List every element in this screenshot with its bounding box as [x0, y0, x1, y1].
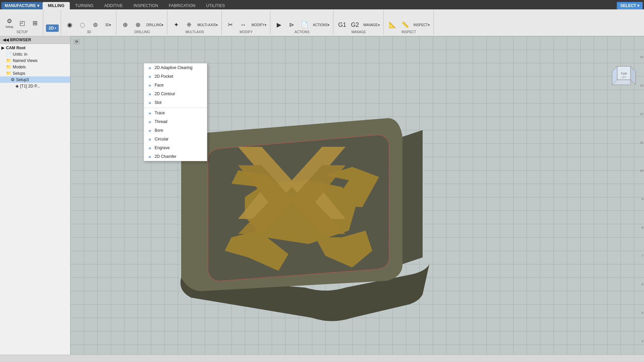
tree-item-t1-2d-p[interactable]: ◈[T1] 2D P...	[0, 83, 70, 89]
tab-turning[interactable]: TURNING	[70, 2, 99, 9]
dropdown-item-2d-contour[interactable]: ◈2D Contour	[144, 89, 207, 98]
viewport-nav: ⟳	[73, 39, 80, 45]
toolbar-group-manage: G1 G2 MANAGE▾ MANAGE	[334, 10, 383, 35]
tab-inspection[interactable]: INSPECTION	[128, 2, 163, 9]
modify-btn2[interactable]: ↔	[237, 20, 249, 29]
dropdown-item-thread[interactable]: ◈Thread	[144, 117, 207, 126]
3d-btn3[interactable]: ⊚	[89, 20, 101, 29]
drill-btn1[interactable]: ⊕	[119, 20, 131, 29]
sidebar: ◀◀ BROWSER ▶CAM Root📄Units: in📁Named Vie…	[0, 36, 70, 362]
tree-item-named-views[interactable]: 📁Named Views	[0, 57, 70, 64]
manage-dropdown[interactable]: MANAGE▾	[362, 22, 381, 28]
tree-label-models: Models	[13, 65, 69, 69]
3d-btn2[interactable]: ◌	[76, 20, 89, 29]
modify-btn1[interactable]: ✂	[224, 20, 236, 29]
svg-text:TOP: TOP	[621, 72, 627, 75]
inspect-label: INSPECT	[401, 30, 416, 35]
ruler-mark-11: 11	[637, 141, 644, 144]
inspect-btn2[interactable]: 📏	[399, 20, 411, 29]
tree-label-t1-2d-p: [T1] 2D P...	[20, 84, 69, 88]
dropdown-item-2d-adaptive[interactable]: ◈2D Adaptive Clearing	[144, 63, 207, 72]
tree-item-models[interactable]: 📁Models	[0, 64, 70, 70]
dropdown-item-engrave[interactable]: ◈Engrave	[144, 143, 207, 152]
3d-dropdown[interactable]: 3D▾	[102, 22, 114, 28]
simulate-btn[interactable]: ▶	[273, 20, 285, 29]
multiaxis-btn1[interactable]: ✦	[170, 20, 182, 29]
dropdown-item-icon-slot: ◈	[147, 100, 153, 105]
browser-title: BROWSER	[10, 38, 31, 42]
svg-text:LFT: LFT	[622, 76, 626, 78]
2d-dropdown-menu: ◈2D Adaptive Clearing◈2D Pocket◈Face◈2D …	[144, 63, 207, 161]
stock-icon: ◰	[19, 19, 25, 27]
tree-icon-t1-2d-p: ◈	[15, 83, 19, 88]
select-button[interactable]: SELECT ▾	[617, 2, 643, 9]
3d-label: 3D	[87, 30, 91, 35]
drill-btn2[interactable]: ⊗	[132, 20, 144, 29]
actions-btn2[interactable]: ⊳	[286, 20, 298, 29]
dropdown-item-label-slot: Slot	[155, 100, 162, 105]
dropdown-divider	[144, 108, 207, 108]
dropdown-item-face[interactable]: ◈Face	[144, 81, 207, 89]
dropdown-item-label-2d-pocket: 2D Pocket	[155, 74, 173, 79]
setup-button[interactable]: ⚙ Setup	[3, 16, 15, 29]
dropdown-item-icon-trace: ◈	[147, 110, 153, 116]
tree-icon-setup3: ⚙	[11, 77, 15, 82]
3d-btn1[interactable]: ◉	[64, 20, 76, 29]
inspect-dropdown[interactable]: INSPECT▾	[412, 22, 431, 28]
setup-label: SETUP	[16, 30, 28, 35]
toolbar-group-2d: 2D ▾	[44, 10, 61, 35]
dropdown-item-trace[interactable]: ◈Trace	[144, 109, 207, 117]
dropdown-item-slot[interactable]: ◈Slot	[144, 98, 207, 107]
tree-item-setup3[interactable]: ⚙Setup3	[0, 76, 70, 83]
setup-btn2[interactable]: ◰	[16, 18, 28, 28]
setup-btn3[interactable]: ⊞	[29, 18, 41, 28]
modify-dropdown[interactable]: MODIFY▾	[250, 22, 268, 28]
dropdown-item-bore[interactable]: ◈Bore	[144, 126, 207, 135]
ruler-mark-12: 12	[637, 112, 644, 116]
wcs-icon: ⊞	[33, 19, 38, 27]
2d-dropdown-button[interactable]: 2D ▾	[46, 24, 59, 32]
dropdown-item-label-engrave: Engrave	[155, 145, 170, 150]
dropdown-item-circular[interactable]: ◈Circular	[144, 135, 207, 143]
dropdown-item-icon-bore: ◈	[147, 128, 153, 133]
dropdown-item-icon-face: ◈	[147, 82, 153, 88]
tab-additive[interactable]: ADDITIVE	[99, 2, 128, 9]
multiaxis-btn2[interactable]: ❈	[183, 20, 195, 29]
pan-button[interactable]: ⟳	[73, 39, 80, 45]
ruler-mark-13: 13	[637, 84, 644, 87]
status-bar	[0, 355, 644, 362]
actions-btn3[interactable]: 📄	[299, 20, 311, 29]
manage-btn2[interactable]: G2	[349, 20, 361, 29]
multiaxis-dropdown[interactable]: MULTI-AXIS▾	[196, 22, 219, 28]
ruler-mark-5: 5	[637, 311, 644, 314]
manage-btn1[interactable]: G1	[336, 20, 348, 29]
svg-marker-14	[631, 66, 636, 85]
inspect-btn1[interactable]: 📐	[386, 20, 398, 29]
dropdown-item-2d-chamfer[interactable]: ◈2D Chamfer	[144, 152, 207, 161]
browser-collapse-icon[interactable]: ◀◀	[3, 38, 9, 42]
main-area: ◀◀ BROWSER ▶CAM Root📄Units: in📁Named Vie…	[0, 36, 644, 362]
tree-label-setup3: Setup3	[16, 77, 69, 82]
tab-utilities[interactable]: UTILITIES	[201, 2, 230, 9]
tree-item-setups[interactable]: 📁Setups	[0, 70, 70, 76]
tree-item-cam-root[interactable]: ▶CAM Root	[0, 45, 70, 51]
viewport[interactable]: TOP LFT 1413121110987654 ⟳ ◈2D Adaptive …	[70, 36, 644, 362]
dropdown-item-icon-engrave: ◈	[147, 145, 153, 150]
tab-milling[interactable]: MILLING	[43, 2, 70, 9]
tree-label-setups: Setups	[13, 71, 69, 76]
view-cube[interactable]: TOP LFT	[610, 63, 637, 90]
drill-dropdown[interactable]: DRILLING▾	[145, 22, 165, 28]
tab-fabrication[interactable]: FABRICATION	[163, 2, 201, 9]
ruler-mark-4: 4	[637, 340, 644, 343]
actions-dropdown[interactable]: ACTIONS▾	[311, 22, 331, 28]
tree-icon-setups: 📁	[6, 71, 11, 76]
actions-label: ACTIONS	[294, 30, 309, 35]
dropdown-item-icon-circular: ◈	[147, 136, 153, 142]
tree-item-units[interactable]: 📄Units: in	[0, 51, 70, 57]
2d-arrow: ▾	[55, 27, 56, 30]
ruler-mark-10: 10	[637, 169, 644, 172]
manufacture-button[interactable]: MANUFACTURE ▾	[1, 2, 43, 9]
ruler-mark-14: 14	[637, 55, 644, 59]
dropdown-item-2d-pocket[interactable]: ◈2D Pocket	[144, 72, 207, 81]
dropdown-item-label-thread: Thread	[155, 119, 167, 124]
